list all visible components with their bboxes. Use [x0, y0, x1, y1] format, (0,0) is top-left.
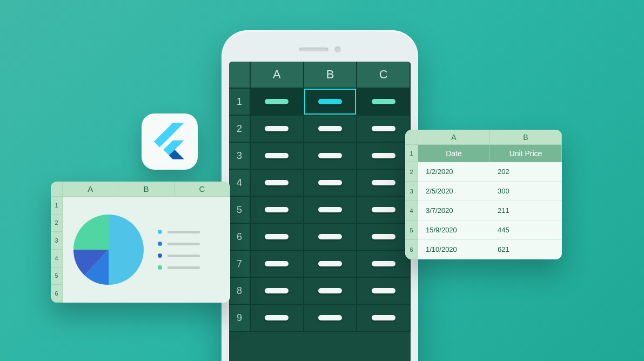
- cell-content-icon: [318, 207, 342, 212]
- col-header[interactable]: B: [118, 182, 174, 197]
- cell[interactable]: [357, 170, 411, 197]
- legend-dot-icon: [158, 242, 162, 246]
- cell[interactable]: [357, 251, 411, 278]
- row-header[interactable]: 3: [229, 143, 251, 170]
- row-header[interactable]: 6: [51, 285, 63, 303]
- cell-content-icon: [318, 99, 342, 104]
- cell[interactable]: [357, 143, 411, 170]
- cell[interactable]: [251, 170, 304, 197]
- cell-content-icon: [265, 153, 289, 158]
- row-header[interactable]: 1: [405, 145, 418, 162]
- cell-price[interactable]: 202: [490, 162, 562, 182]
- cell[interactable]: [304, 251, 358, 278]
- row-header[interactable]: 3: [405, 182, 418, 201]
- table-header-unit-price: Unit Price: [490, 145, 562, 162]
- col-header[interactable]: A: [63, 182, 118, 197]
- col-header[interactable]: C: [175, 182, 230, 197]
- spreadsheet-screen: A B C 1 2 3 4 5 6: [229, 62, 411, 361]
- legend-bar: [167, 243, 200, 245]
- phone-notch: [299, 46, 341, 52]
- legend-dot-icon: [158, 265, 162, 270]
- data-table-card: A B 1 Date Unit Price 2 1/2/2020 202 3 2…: [405, 130, 562, 259]
- row-header[interactable]: 4: [229, 170, 251, 197]
- cell-date[interactable]: 1/2/2020: [418, 162, 490, 182]
- cell-content-icon: [372, 315, 395, 320]
- cell[interactable]: [357, 305, 411, 332]
- cell-content-icon: [265, 99, 289, 104]
- row-header[interactable]: 9: [229, 305, 251, 332]
- cell[interactable]: [251, 116, 304, 143]
- cell-content-icon: [372, 126, 395, 131]
- cell-content-icon: [318, 234, 342, 239]
- cell-content-icon: [318, 180, 342, 185]
- row-header[interactable]: 3: [51, 232, 63, 250]
- legend-item: [158, 230, 200, 234]
- row-header[interactable]: 5: [405, 220, 418, 240]
- cell[interactable]: [304, 305, 358, 332]
- pie-chart: [73, 215, 144, 285]
- col-header-b[interactable]: B: [304, 62, 358, 89]
- cell[interactable]: [251, 197, 304, 224]
- cell[interactable]: [251, 224, 304, 251]
- row-header[interactable]: 4: [405, 201, 418, 220]
- row-header[interactable]: 1: [229, 89, 251, 116]
- cell[interactable]: [357, 116, 411, 143]
- cell-content-icon: [372, 153, 395, 158]
- cell[interactable]: [251, 278, 304, 305]
- cell-selected[interactable]: [304, 89, 358, 116]
- col-header[interactable]: A: [418, 130, 490, 145]
- cell[interactable]: [357, 197, 411, 224]
- cell-content-icon: [372, 180, 395, 185]
- flutter-icon: [154, 123, 185, 161]
- cell-date[interactable]: 15/9/2020: [418, 220, 490, 240]
- cell[interactable]: [357, 278, 411, 305]
- cell-content-icon: [372, 261, 395, 266]
- row-header[interactable]: 6: [405, 240, 418, 259]
- legend-item: [158, 265, 200, 270]
- cell-content-icon: [318, 288, 342, 293]
- cell[interactable]: [251, 305, 304, 332]
- cell-content-icon: [265, 234, 289, 239]
- cell-price[interactable]: 621: [490, 240, 562, 259]
- row-header[interactable]: 6: [229, 224, 251, 251]
- row-header[interactable]: 2: [229, 116, 251, 143]
- cell[interactable]: [251, 251, 304, 278]
- cell-price[interactable]: 211: [490, 201, 562, 220]
- cell-content-icon: [372, 207, 395, 212]
- cell[interactable]: [304, 116, 358, 143]
- cell-date[interactable]: 1/10/2020: [418, 240, 490, 259]
- cell-date[interactable]: 3/7/2020: [418, 201, 490, 220]
- row-header[interactable]: 2: [51, 215, 63, 232]
- row-header[interactable]: 5: [51, 268, 63, 285]
- cell[interactable]: [304, 143, 358, 170]
- row-header[interactable]: 8: [229, 278, 251, 305]
- cell-content-icon: [318, 315, 342, 320]
- cell[interactable]: [251, 143, 304, 170]
- legend-dot-icon: [158, 230, 162, 234]
- row-header[interactable]: 7: [229, 251, 251, 278]
- col-header-a[interactable]: A: [251, 62, 304, 89]
- grid-corner: [405, 130, 418, 145]
- front-camera: [335, 46, 341, 52]
- cell[interactable]: [304, 170, 358, 197]
- row-header[interactable]: 2: [405, 162, 418, 182]
- row-header[interactable]: 4: [51, 250, 63, 268]
- cell-price[interactable]: 445: [490, 220, 562, 240]
- col-header[interactable]: B: [490, 130, 562, 145]
- cell[interactable]: [304, 278, 358, 305]
- cell[interactable]: [304, 197, 358, 224]
- row-header[interactable]: 1: [51, 197, 63, 215]
- cell-price[interactable]: 300: [490, 182, 562, 201]
- cell-content-icon: [265, 207, 289, 212]
- speaker-slot: [299, 48, 328, 51]
- row-header[interactable]: 5: [229, 197, 251, 224]
- cell[interactable]: [304, 224, 358, 251]
- table-header-date: Date: [418, 145, 490, 162]
- cell-content-icon: [372, 234, 395, 239]
- cell[interactable]: [357, 224, 411, 251]
- cell[interactable]: [357, 89, 411, 116]
- cell[interactable]: [251, 89, 304, 116]
- cell-date[interactable]: 2/5/2020: [418, 182, 490, 201]
- col-header-c[interactable]: C: [357, 62, 411, 89]
- cell-content-icon: [265, 180, 289, 185]
